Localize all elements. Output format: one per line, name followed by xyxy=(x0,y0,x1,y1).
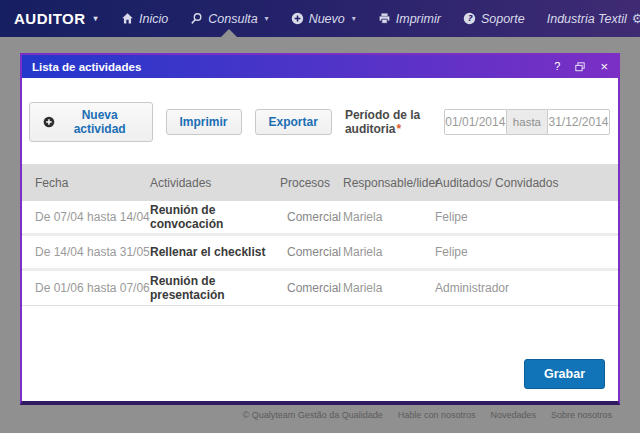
nav-active-notch xyxy=(221,29,237,37)
help-button[interactable]: ? xyxy=(554,61,560,72)
cell-actividad: Reunión de convocación xyxy=(150,203,280,231)
dialog-title: Lista de actividades xyxy=(32,61,539,73)
cell-responsable: Mariela xyxy=(343,281,435,295)
cell-responsable: Mariela xyxy=(343,210,435,224)
dialog-titlebar[interactable]: Lista de actividades ? × xyxy=(22,55,618,78)
footer-link-about[interactable]: Sobre nosotros xyxy=(551,410,612,420)
table-row[interactable]: De 01/06 hasta 07/06 Reunión de presenta… xyxy=(22,271,618,306)
cell-actividad: Rellenar el checklist xyxy=(150,245,280,259)
audit-period-inputs: hasta xyxy=(444,109,610,135)
cell-proceso: Comercial xyxy=(280,245,343,259)
nav-item-inicio[interactable]: Inicio xyxy=(110,0,179,37)
table-row[interactable]: De 07/04 hasta 14/04 Reunión de convocac… xyxy=(22,201,618,236)
print-label: Imprimir xyxy=(180,115,228,129)
period-separator: hasta xyxy=(507,109,547,135)
audit-period-group: Período de la auditoria* hasta xyxy=(345,108,610,136)
question-circle-icon: ? xyxy=(463,12,476,25)
cell-auditados: Felipe xyxy=(435,210,618,224)
company-name: Industria Textil xyxy=(547,12,627,26)
chevron-down-icon: ▾ xyxy=(94,14,99,23)
period-to-input[interactable] xyxy=(547,109,610,135)
save-button[interactable]: Grabar xyxy=(524,359,605,389)
audit-period-label: Período de la auditoria* xyxy=(345,108,436,136)
cell-proceso: Comercial xyxy=(280,210,343,224)
print-button[interactable]: Imprimir xyxy=(166,109,242,135)
cell-proceso: Comercial xyxy=(280,281,343,295)
col-header-procesos: Procesos xyxy=(280,176,343,190)
cell-auditados: Felipe xyxy=(435,245,618,259)
export-button[interactable]: Exportar xyxy=(255,109,332,135)
nav-item-label: Imprimir xyxy=(396,12,441,26)
printer-icon xyxy=(378,12,391,25)
app-logo[interactable]: AUDITOR ▾ xyxy=(0,0,110,37)
cell-fecha: De 07/04 hasta 14/04 xyxy=(35,210,150,224)
restore-window-button[interactable] xyxy=(575,62,585,72)
footer-link-news[interactable]: Novedades xyxy=(490,410,536,420)
dialog-toolbar: Nueva actividad Imprimir Exportar Períod… xyxy=(29,102,610,142)
cell-auditados: Administrador xyxy=(435,281,618,295)
cell-actividad: Reunión de presentación xyxy=(150,274,280,302)
col-header-actividades: Actividades xyxy=(150,176,280,190)
cell-responsable: Mariela xyxy=(343,245,435,259)
export-label: Exportar xyxy=(269,115,318,129)
nav-item-soporte[interactable]: ? Soporte xyxy=(452,0,536,37)
nav-item-label: Inicio xyxy=(139,12,168,26)
table-header-row: Fecha Actividades Procesos Responsable/l… xyxy=(22,164,618,201)
close-button[interactable]: × xyxy=(600,60,608,73)
new-activity-button[interactable]: Nueva actividad xyxy=(29,102,153,142)
activities-table: Fecha Actividades Procesos Responsable/l… xyxy=(22,164,618,306)
required-asterisk: * xyxy=(397,122,402,136)
period-from-input[interactable] xyxy=(444,109,507,135)
app-logo-text: AUDITOR xyxy=(14,10,86,27)
chevron-down-icon: ▾ xyxy=(352,14,356,23)
nav-item-nuevo[interactable]: Nuevo ▾ xyxy=(280,0,367,37)
nav-item-label: Nuevo xyxy=(309,12,345,26)
table-row[interactable]: De 14/04 hasta 31/05 Rellenar el checkli… xyxy=(22,236,618,271)
plus-circle-icon xyxy=(43,115,55,129)
footer-link-contact[interactable]: Hable con nosotros xyxy=(398,410,476,420)
gear-icon: ⚙ xyxy=(632,11,640,26)
nav-company[interactable]: Industria Textil ⚙ xyxy=(536,0,640,37)
nav-item-imprimir[interactable]: Imprimir xyxy=(367,0,452,37)
footer-copyright: © Qualyteam Gestão da Qualidade xyxy=(243,410,383,420)
audit-period-label-text: Período de la auditoria xyxy=(345,108,420,136)
col-header-auditados: Auditados/ Convidados xyxy=(435,176,618,190)
nav-item-label: Soporte xyxy=(481,12,525,26)
search-icon xyxy=(190,12,203,25)
chevron-down-icon: ▾ xyxy=(265,14,269,23)
lista-actividades-dialog: Lista de actividades ? × Nueva actividad… xyxy=(20,53,620,405)
page-footer: © Qualyteam Gestão da Qualidade Hable co… xyxy=(243,410,612,420)
cell-fecha: De 01/06 hasta 07/06 xyxy=(35,281,150,295)
new-activity-label: Nueva actividad xyxy=(61,108,139,136)
col-header-responsable: Responsable/lider xyxy=(343,176,435,190)
home-icon xyxy=(121,12,134,25)
nav-item-label: Consulta xyxy=(208,12,257,26)
plus-circle-icon xyxy=(291,12,304,25)
cell-fecha: De 14/04 hasta 31/05 xyxy=(35,245,150,259)
col-header-fecha: Fecha xyxy=(35,176,150,190)
top-navbar: AUDITOR ▾ Inicio Consulta ▾ Nuevo ▾ Impr… xyxy=(0,0,640,37)
